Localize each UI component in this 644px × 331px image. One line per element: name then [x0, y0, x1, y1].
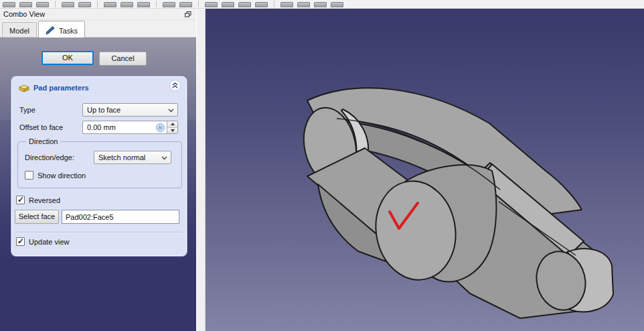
toolbar-icon[interactable]	[62, 2, 74, 7]
tab-model-label: Model	[9, 27, 29, 35]
toolbar-separator	[198, 1, 199, 7]
toolbar-icon[interactable]	[19, 2, 32, 7]
type-label: Type	[19, 106, 35, 114]
ok-button[interactable]: OK	[42, 51, 94, 65]
spin-up-button[interactable]	[167, 121, 177, 128]
toolbar-separator	[97, 1, 98, 7]
update-view-label: Update view	[29, 238, 70, 246]
collapse-chevrons-icon	[172, 82, 178, 88]
panel-separator	[15, 232, 181, 233]
reversed-row[interactable]: Reversed	[16, 196, 60, 204]
toolbar-icon[interactable]	[314, 2, 327, 7]
pad-parameters-header[interactable]: Pad parameters	[12, 77, 186, 94]
offset-to-face-value: 0.00 mm	[87, 123, 116, 131]
float-window-button[interactable]	[182, 9, 194, 19]
direction-edge-select[interactable]: Sketch normal	[94, 151, 171, 164]
show-direction-checkbox[interactable]	[25, 171, 33, 180]
direction-edge-label: Direction/edge:	[25, 153, 74, 161]
select-face-button[interactable]: Select face	[15, 210, 59, 224]
pen-icon	[46, 26, 56, 35]
toolbar-icon[interactable]	[222, 2, 234, 7]
toolbar-icon[interactable]	[255, 2, 268, 7]
offset-to-face-label: Offset to face	[19, 123, 63, 131]
chevron-down-icon	[168, 109, 174, 113]
toolbar-separator	[55, 1, 56, 7]
tab-model[interactable]: Model	[2, 22, 37, 37]
toolbar-icon[interactable]	[238, 2, 251, 7]
chevron-down-icon	[161, 156, 167, 160]
tasks-panel: OK Cancel Pad parameters Type	[0, 38, 196, 331]
toolbar-separator	[156, 1, 157, 7]
toolbar-icon[interactable]	[120, 2, 133, 7]
reversed-label: Reversed	[29, 196, 60, 204]
tab-tasks[interactable]: Tasks	[38, 21, 85, 38]
direction-groupbox: Direction Direction/edge: Sketch normal …	[17, 141, 182, 188]
part-rocker-arm[interactable]	[206, 9, 644, 331]
combo-view-dock: Combo View Model Tasks OK Cancel	[0, 9, 196, 331]
toolbar-icon[interactable]	[104, 2, 116, 7]
toolbar-icon[interactable]	[297, 2, 310, 7]
direction-group-title: Direction	[26, 137, 60, 145]
offset-spinner	[167, 121, 177, 133]
dock-title: Combo View	[3, 10, 45, 18]
toolbar-icon[interactable]	[36, 2, 49, 7]
toolbar-icon[interactable]	[280, 2, 293, 7]
pad-box-icon	[19, 84, 29, 92]
toolbar-icon[interactable]	[137, 2, 150, 7]
offset-to-face-input[interactable]: 0.00 mm fx	[82, 121, 178, 134]
spin-down-button[interactable]	[167, 128, 177, 134]
collapse-panel-button[interactable]	[169, 80, 181, 91]
toolbar-icon[interactable]	[331, 2, 343, 7]
toolbar-icon[interactable]	[179, 2, 192, 7]
dock-title-bar: Combo View	[0, 9, 196, 20]
show-direction-label: Show direction	[37, 172, 86, 180]
toolbar-icon[interactable]	[3, 2, 15, 7]
float-window-icon	[185, 11, 191, 17]
pad-parameters-panel: Pad parameters Type Up to face Offset to…	[11, 76, 187, 256]
toolbar-icon[interactable]	[163, 2, 175, 7]
direction-edge-value: Sketch normal	[98, 153, 145, 161]
type-select-value: Up to face	[87, 106, 120, 114]
expression-fx-icon[interactable]: fx	[156, 123, 165, 132]
type-select[interactable]: Up to face	[82, 103, 178, 117]
selected-face-input[interactable]	[62, 210, 179, 224]
panel-title: Pad parameters	[33, 84, 89, 92]
reversed-checkbox[interactable]	[16, 196, 25, 204]
3d-viewport[interactable]	[206, 9, 644, 331]
tab-tasks-label: Tasks	[59, 27, 78, 35]
cancel-button[interactable]: Cancel	[99, 52, 147, 66]
toolbar-separator	[274, 1, 274, 7]
toolbar-icon[interactable]	[205, 2, 218, 7]
dock-tabbar: Model Tasks	[0, 20, 196, 38]
dock-splitter[interactable]	[196, 9, 206, 331]
toolbar-icon[interactable]	[78, 2, 91, 7]
update-view-checkbox[interactable]	[16, 237, 25, 246]
show-direction-row[interactable]: Show direction	[25, 171, 86, 180]
top-toolbar	[0, 0, 644, 9]
update-view-row[interactable]: Update view	[16, 237, 70, 246]
